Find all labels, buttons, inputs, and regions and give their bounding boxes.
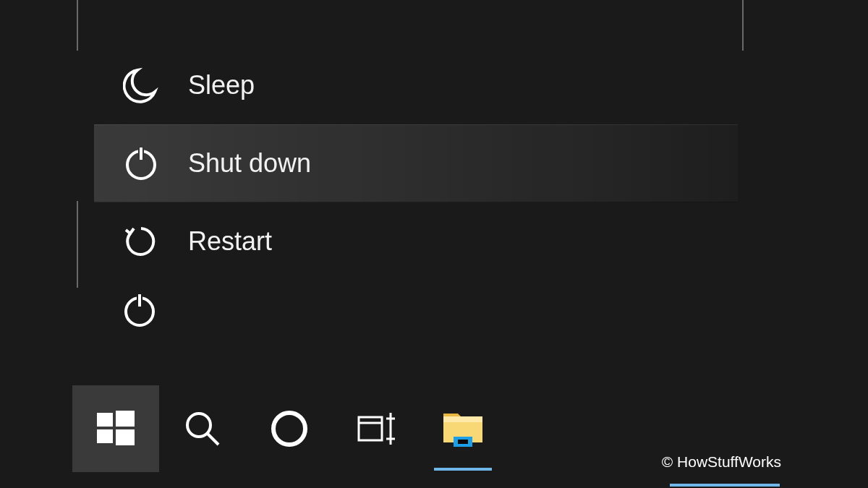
- menu-item-label: Restart: [188, 226, 272, 257]
- menu-item-sleep[interactable]: Sleep: [94, 46, 738, 124]
- taskbar-task-view-button[interactable]: [333, 385, 420, 472]
- svg-rect-8: [97, 429, 113, 443]
- restart-icon: [123, 223, 159, 260]
- svg-rect-13: [359, 417, 382, 440]
- svg-rect-21: [458, 440, 468, 444]
- svg-rect-6: [97, 413, 113, 427]
- cortana-icon: [269, 408, 310, 449]
- taskbar-file-explorer-button[interactable]: [420, 385, 506, 472]
- attribution-underline: [670, 484, 780, 487]
- power-icon: [122, 292, 158, 328]
- taskbar-cortana-button[interactable]: [246, 385, 333, 472]
- svg-rect-19: [443, 416, 482, 422]
- svg-point-12: [273, 413, 305, 445]
- svg-rect-9: [116, 429, 135, 445]
- taskbar-search-button[interactable]: [159, 385, 246, 472]
- divider-left-bottom: [77, 201, 78, 288]
- svg-rect-7: [116, 411, 135, 427]
- menu-item-shutdown[interactable]: Shut down: [94, 124, 738, 202]
- moon-icon: [123, 67, 159, 103]
- file-explorer-icon: [442, 411, 484, 447]
- divider-right: [742, 0, 744, 51]
- task-view-icon: [354, 410, 398, 448]
- taskbar-active-indicator: [434, 468, 492, 471]
- power-menu: Sleep Shut down Restart: [94, 46, 738, 281]
- svg-point-10: [187, 414, 210, 437]
- attribution-text: © HowStuffWorks: [662, 453, 781, 471]
- windows-logo-icon: [94, 407, 137, 450]
- menu-item-restart[interactable]: Restart: [94, 202, 738, 281]
- divider-left-top: [77, 0, 78, 51]
- power-icon: [123, 145, 159, 181]
- menu-item-label: Shut down: [188, 148, 311, 179]
- start-menu-power-button[interactable]: [122, 292, 158, 328]
- taskbar: [72, 385, 506, 472]
- menu-item-label: Sleep: [188, 70, 255, 100]
- taskbar-start-button[interactable]: [72, 385, 159, 472]
- svg-line-11: [208, 434, 218, 445]
- search-icon: [182, 408, 223, 449]
